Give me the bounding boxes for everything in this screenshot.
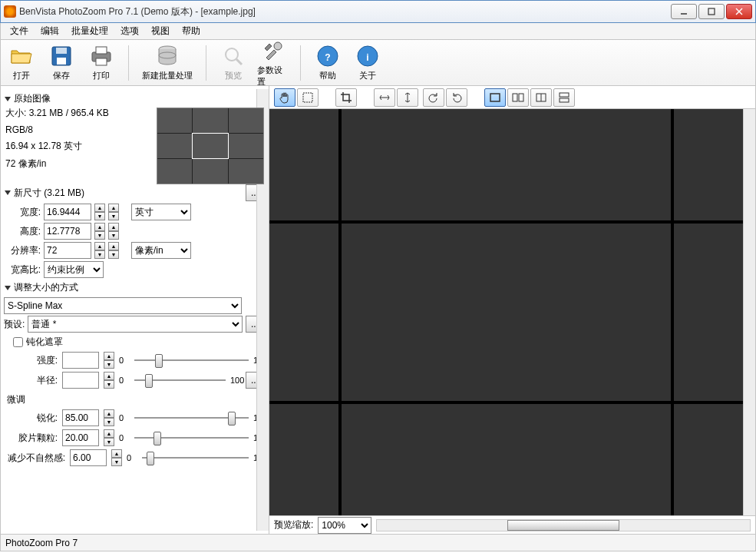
maximize-button[interactable]	[698, 4, 725, 19]
height-up2[interactable]: ▲	[108, 223, 119, 231]
finetune-label: 微调	[7, 393, 264, 406]
magnifier-icon	[221, 44, 246, 68]
params-button[interactable]: 参数设置	[257, 38, 289, 88]
view-single-icon	[489, 92, 501, 103]
menu-file[interactable]: 文件	[4, 23, 35, 39]
help-button[interactable]: ? 帮助	[312, 44, 344, 81]
toolbar-separator	[206, 45, 206, 81]
open-button[interactable]: 打开	[5, 44, 38, 81]
strength-label: 强度:	[4, 354, 58, 367]
menu-options[interactable]: 选项	[114, 23, 145, 39]
width-up2[interactable]: ▲	[108, 204, 119, 212]
size-unit-select[interactable]: 英寸	[131, 204, 191, 220]
menu-edit[interactable]: 编辑	[35, 23, 65, 39]
info-icon: i	[355, 44, 380, 68]
sharp-input[interactable]	[62, 409, 99, 426]
save-button[interactable]: 保存	[45, 44, 78, 81]
printer-icon	[89, 44, 114, 68]
res-up[interactable]: ▲	[94, 242, 105, 250]
height-down2[interactable]: ▼	[108, 231, 119, 240]
svg-line-13	[236, 59, 242, 65]
floppy-icon	[49, 44, 74, 68]
original-header[interactable]: 原始图像	[4, 92, 264, 105]
navigator-thumbnail[interactable]	[157, 108, 264, 184]
svg-point-12	[226, 48, 238, 61]
width-input[interactable]	[44, 204, 91, 220]
preview-toolbar	[269, 86, 755, 109]
view-split-v-button[interactable]	[530, 88, 552, 107]
height-down[interactable]: ▼	[94, 231, 105, 240]
preview-zoom-select[interactable]: 100%	[318, 517, 371, 534]
view-split-h-icon	[512, 92, 524, 103]
svg-rect-8	[96, 47, 107, 54]
preview-bottom-bar: 预览缩放: 100%	[269, 515, 755, 534]
hand-tool[interactable]	[274, 88, 295, 107]
artifact-label: 减少不自然感:	[4, 452, 65, 465]
view-split-h-button[interactable]	[507, 88, 529, 107]
radius-input[interactable]	[62, 372, 99, 389]
marquee-tool[interactable]	[297, 88, 319, 107]
menu-view[interactable]: 视图	[145, 23, 176, 39]
triangle-down-icon	[4, 95, 12, 103]
width-up[interactable]: ▲	[94, 204, 105, 212]
res-down[interactable]: ▼	[94, 250, 105, 259]
window-title: BenVista PhotoZoom Pro 7.1 (Demo 版本) - […	[19, 5, 671, 18]
width-down2[interactable]: ▼	[108, 212, 119, 220]
ar-select[interactable]: 约束比例	[44, 261, 104, 278]
status-bar: PhotoZoom Pro 7	[0, 535, 756, 551]
flip-h-button[interactable]	[374, 88, 395, 107]
rotate-cw-button[interactable]	[446, 88, 467, 107]
new-batch-button[interactable]: 新建批量处理	[140, 44, 195, 81]
grain-slider[interactable]	[134, 429, 249, 446]
preview-area[interactable]	[269, 109, 743, 515]
res-input[interactable]	[44, 242, 91, 259]
artifact-slider[interactable]	[142, 449, 249, 466]
view-stack-button[interactable]	[553, 88, 575, 107]
status-text: PhotoZoom Pro 7	[5, 538, 78, 548]
res-unit-select[interactable]: 像素/in	[131, 242, 191, 259]
preview-vscrollbar[interactable]	[743, 109, 755, 515]
view-single-button[interactable]	[484, 88, 506, 107]
strength-input[interactable]	[62, 352, 99, 369]
artifact-input[interactable]	[70, 449, 107, 466]
svg-rect-25	[519, 94, 523, 101]
app-icon	[4, 5, 16, 18]
res-up2[interactable]: ▲	[108, 242, 119, 250]
flip-v-button[interactable]	[397, 88, 418, 107]
height-up[interactable]: ▲	[94, 223, 105, 231]
title-bar: BenVista PhotoZoom Pro 7.1 (Demo 版本) - […	[0, 0, 756, 23]
strength-slider[interactable]	[134, 352, 249, 369]
rotate-ccw-button[interactable]	[423, 88, 444, 107]
height-input[interactable]	[44, 223, 91, 240]
close-button[interactable]	[726, 4, 752, 19]
sharp-label: 锐化:	[4, 412, 58, 425]
menu-batch[interactable]: 批量处理	[65, 23, 114, 39]
right-panel: 预览缩放: 100%	[269, 86, 755, 534]
preset-select[interactable]: 普通 *	[28, 316, 243, 333]
res-down2[interactable]: ▼	[108, 250, 119, 259]
left-panel: 原始图像 大小: 3.21 MB / 965.4 KB RGB/8 16.94 …	[1, 86, 269, 534]
method-select[interactable]: S-Spline Max	[4, 297, 242, 314]
print-button[interactable]: 打印	[85, 44, 117, 81]
main-toolbar: 打开 保存 打印 新建批量处理 预览 参数设置 ? 帮助 i 关于	[0, 40, 756, 86]
res-label: 分辨率:	[4, 244, 41, 257]
unsharp-checkbox[interactable]	[13, 337, 23, 347]
toolbar-separator	[128, 45, 129, 81]
newsize-header[interactable]: 新尺寸 (3.21 MB)	[4, 187, 84, 200]
menu-help[interactable]: 帮助	[176, 23, 206, 39]
grain-label: 胶片颗粒:	[4, 432, 58, 445]
preview-hscrollbar[interactable]	[376, 519, 751, 531]
minimize-button[interactable]	[671, 4, 697, 19]
width-down[interactable]: ▼	[94, 212, 105, 220]
marquee-icon	[302, 91, 314, 104]
ar-label: 宽高比:	[4, 263, 41, 276]
help-icon: ?	[315, 44, 340, 68]
radius-slider[interactable]	[134, 372, 226, 389]
svg-point-14	[274, 42, 282, 50]
about-button[interactable]: i 关于	[352, 44, 384, 81]
resize-method-header[interactable]: 调整大小的方式	[4, 281, 264, 294]
sharp-slider[interactable]	[134, 409, 249, 426]
hand-icon	[279, 91, 291, 104]
grain-input[interactable]	[62, 429, 99, 446]
crop-tool[interactable]	[335, 88, 357, 107]
